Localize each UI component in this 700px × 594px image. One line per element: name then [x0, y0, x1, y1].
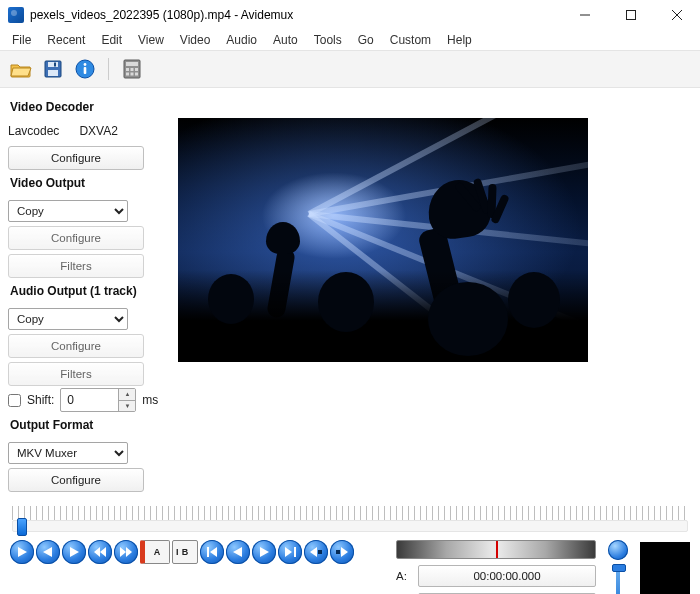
toolbar-separator	[108, 58, 109, 80]
preview-area	[168, 94, 692, 492]
svg-rect-12	[126, 62, 138, 66]
info-button[interactable]	[72, 56, 98, 82]
decoder-configure-button[interactable]: Configure	[8, 146, 144, 170]
open-button[interactable]	[8, 56, 34, 82]
shift-checkbox[interactable]	[8, 394, 21, 407]
svg-rect-34	[336, 550, 340, 554]
svg-marker-22	[94, 547, 100, 557]
audio-output-title: Audio Output (1 track)	[10, 284, 168, 298]
svg-rect-14	[131, 68, 134, 71]
svg-marker-25	[126, 547, 132, 557]
prev-black-frame-button[interactable]	[304, 540, 328, 564]
titlebar: pexels_videos_2022395 (1080p).mp4 - Avid…	[0, 0, 700, 30]
prev-button[interactable]	[36, 540, 60, 564]
timeline[interactable]	[0, 492, 700, 532]
shift-value: 0	[67, 393, 74, 407]
goto-start-button[interactable]	[200, 540, 224, 564]
prev-keyframe-button[interactable]	[88, 540, 112, 564]
svg-rect-18	[135, 73, 138, 76]
video-output-select[interactable]: Copy	[8, 200, 128, 222]
video-output-title: Video Output	[10, 176, 168, 190]
play-button[interactable]	[10, 540, 34, 564]
next-button[interactable]	[62, 540, 86, 564]
svg-marker-19	[18, 547, 27, 557]
menu-edit[interactable]: Edit	[93, 33, 130, 47]
menu-recent[interactable]: Recent	[39, 33, 93, 47]
volume-column	[606, 540, 630, 594]
video-output-filters-button[interactable]: Filters	[8, 254, 144, 278]
svg-rect-31	[294, 547, 296, 557]
audio-output-configure-button[interactable]: Configure	[8, 334, 144, 358]
transport: A IB	[10, 540, 354, 564]
svg-rect-6	[48, 70, 58, 76]
mark-b-button[interactable]: IB	[172, 540, 198, 564]
svg-marker-29	[260, 547, 269, 557]
audio-output-select[interactable]: Copy	[8, 308, 128, 330]
label-a: A:	[396, 570, 410, 582]
mark-a-button[interactable]: A	[140, 540, 170, 564]
svg-marker-21	[70, 547, 79, 557]
svg-rect-15	[135, 68, 138, 71]
output-format-select[interactable]: MKV Muxer	[8, 442, 128, 464]
svg-rect-10	[84, 67, 87, 74]
menu-custom[interactable]: Custom	[382, 33, 439, 47]
menubar: File Recent Edit View Video Audio Auto T…	[0, 30, 700, 50]
svg-rect-17	[131, 73, 134, 76]
menu-view[interactable]: View	[130, 33, 172, 47]
svg-marker-28	[233, 547, 242, 557]
audio-output-filters-button[interactable]: Filters	[8, 362, 144, 386]
preview-thumbnail	[640, 542, 690, 594]
shift-unit: ms	[142, 393, 158, 407]
svg-marker-23	[100, 547, 106, 557]
svg-marker-27	[210, 547, 217, 557]
menu-help[interactable]: Help	[439, 33, 480, 47]
svg-marker-20	[43, 547, 52, 557]
menu-file[interactable]: File	[4, 33, 39, 47]
output-format-title: Output Format	[10, 418, 168, 432]
svg-marker-32	[310, 547, 317, 557]
shift-up-icon[interactable]: ▲	[119, 389, 135, 401]
shift-spinner[interactable]: 0 ▲ ▼	[60, 388, 136, 412]
volume-track[interactable]	[616, 564, 620, 594]
svg-rect-1	[627, 11, 636, 20]
timeline-track[interactable]	[12, 520, 688, 532]
next-black-frame-button[interactable]	[330, 540, 354, 564]
minimize-button[interactable]	[562, 0, 608, 30]
next-keyframe-button[interactable]	[114, 540, 138, 564]
menu-go[interactable]: Go	[350, 33, 382, 47]
svg-rect-13	[126, 68, 129, 71]
value-a[interactable]: 00:00:00.000	[418, 565, 596, 587]
menu-auto[interactable]: Auto	[265, 33, 306, 47]
menu-tools[interactable]: Tools	[306, 33, 350, 47]
save-button[interactable]	[40, 56, 66, 82]
video-preview[interactable]	[178, 118, 588, 362]
decoder-hw: DXVA2	[79, 124, 117, 138]
shift-down-icon[interactable]: ▼	[119, 401, 135, 412]
toolbar	[0, 50, 700, 88]
calculator-button[interactable]	[119, 56, 145, 82]
timeline-ruler	[12, 506, 688, 520]
goto-a-button[interactable]	[226, 540, 250, 564]
volume-thumb[interactable]	[612, 564, 626, 572]
svg-rect-5	[48, 62, 58, 67]
goto-b-button[interactable]	[252, 540, 276, 564]
svg-rect-16	[126, 73, 129, 76]
maximize-button[interactable]	[608, 0, 654, 30]
playhead[interactable]	[17, 518, 27, 536]
goto-end-button[interactable]	[278, 540, 302, 564]
svg-rect-7	[54, 63, 56, 67]
main: Video Decoder Lavcodec DXVA2 Configure V…	[0, 88, 700, 492]
close-button[interactable]	[654, 0, 700, 30]
ab-panel: A: 00:00:00.000 B: 00:00:12.880 Selectio…	[396, 540, 596, 594]
video-decoder-title: Video Decoder	[10, 100, 168, 114]
svg-point-9	[84, 63, 87, 66]
svg-rect-26	[207, 547, 209, 557]
output-format-configure-button[interactable]: Configure	[8, 468, 144, 492]
menu-audio[interactable]: Audio	[218, 33, 265, 47]
volume-knob[interactable]	[608, 540, 628, 560]
video-output-configure-button[interactable]: Configure	[8, 226, 144, 250]
svg-marker-24	[120, 547, 126, 557]
svg-marker-30	[285, 547, 292, 557]
decoder-codec: Lavcodec	[8, 124, 59, 138]
menu-video[interactable]: Video	[172, 33, 218, 47]
